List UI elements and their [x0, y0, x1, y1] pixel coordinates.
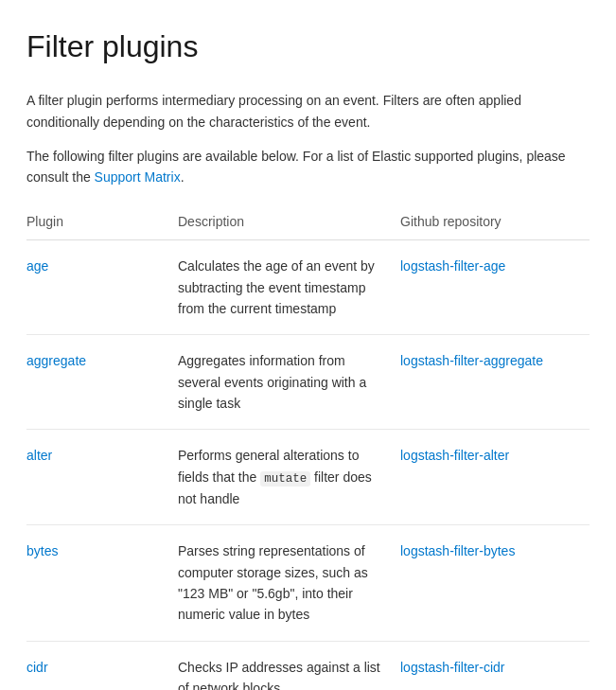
plugin-name-cell: cidr	[26, 657, 178, 678]
plugin-alter-description: Performs general alterations to fields t…	[178, 445, 400, 509]
plugin-age-repo-cell: logstash-filter-age	[400, 256, 590, 276]
table-row: bytes Parses string representations of c…	[26, 525, 590, 642]
plugin-age-description: Calculates the age of an event by subtra…	[178, 256, 400, 319]
mutate-code: mutate	[260, 471, 310, 487]
plugins-table: Plugin Description Github repository age…	[26, 211, 590, 690]
plugin-cidr-description: Checks IP addresses against a list of ne…	[178, 657, 400, 690]
plugin-age-link[interactable]: age	[26, 257, 48, 274]
plugin-alter-repo-cell: logstash-filter-alter	[400, 445, 590, 466]
table-row: cidr Checks IP addresses against a list …	[26, 642, 590, 690]
plugin-aggregate-repo-link[interactable]: logstash-filter-aggregate	[400, 351, 543, 368]
support-matrix-link[interactable]: Support Matrix	[95, 169, 181, 185]
plugin-aggregate-description: Aggregates information from several even…	[178, 350, 400, 414]
plugin-name-cell: age	[26, 256, 178, 276]
plugin-name-cell: bytes	[26, 540, 178, 561]
table-row: age Calculates the age of an event by su…	[26, 240, 590, 335]
plugin-alter-link[interactable]: alter	[26, 446, 52, 463]
plugin-bytes-description: Parses string representations of compute…	[178, 540, 400, 626]
header-description: Description	[178, 211, 400, 232]
plugin-cidr-repo-link[interactable]: logstash-filter-cidr	[400, 658, 504, 675]
page-title: Filter plugins	[26, 23, 590, 71]
intro-paragraph-2: The following filter plugins are availab…	[26, 146, 590, 188]
plugin-aggregate-repo-cell: logstash-filter-aggregate	[400, 350, 590, 371]
plugin-cidr-repo-cell: logstash-filter-cidr	[400, 657, 590, 678]
plugin-bytes-repo-cell: logstash-filter-bytes	[400, 540, 590, 561]
plugin-alter-repo-link[interactable]: logstash-filter-alter	[400, 446, 509, 463]
plugin-cidr-link[interactable]: cidr	[26, 658, 48, 675]
plugin-name-cell: alter	[26, 445, 178, 466]
plugin-bytes-link[interactable]: bytes	[26, 541, 58, 558]
table-row: alter Performs general alterations to fi…	[26, 430, 590, 525]
intro-paragraph-1: A filter plugin performs intermediary pr…	[26, 90, 590, 133]
plugin-name-cell: aggregate	[26, 350, 178, 371]
plugin-aggregate-link[interactable]: aggregate	[26, 351, 86, 368]
plugin-bytes-repo-link[interactable]: logstash-filter-bytes	[400, 541, 515, 558]
table-header: Plugin Description Github repository	[26, 211, 590, 240]
header-github: Github repository	[400, 211, 590, 232]
table-row: aggregate Aggregates information from se…	[26, 335, 590, 430]
plugin-age-repo-link[interactable]: logstash-filter-age	[400, 257, 505, 274]
header-plugin: Plugin	[26, 211, 178, 232]
